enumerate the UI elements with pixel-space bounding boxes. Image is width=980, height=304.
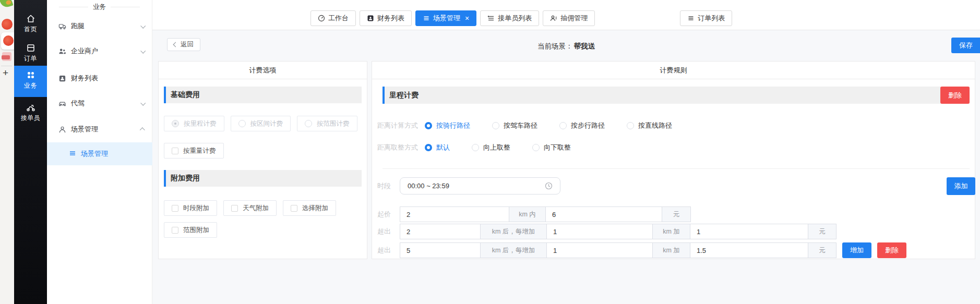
radio-icon xyxy=(492,122,499,129)
unit-addon: km 后，每增加 xyxy=(480,242,547,258)
delete-section-button[interactable]: 删除 xyxy=(940,87,970,104)
add-rule-button[interactable]: 增加 xyxy=(842,242,871,258)
list-icon xyxy=(69,150,76,159)
sidebar-item-label: 订单 xyxy=(24,54,37,63)
start-distance-input[interactable] xyxy=(400,206,509,222)
increment-price-input[interactable] xyxy=(690,224,808,239)
checkbox-weather-surcharge[interactable]: 天气附加 xyxy=(223,200,277,216)
radio-label: 按骑行路径 xyxy=(436,121,470,130)
exceed-rule-row: 超出 km 后，每增加 km 加 元 xyxy=(377,224,836,239)
menu-item-errand[interactable]: 跑腿 xyxy=(58,21,145,31)
scene-icon xyxy=(58,126,66,133)
current-scene-label: 当前场景： xyxy=(537,42,573,50)
panel-body: 基础费用 按里程计费 按区间计费 按范围计费 按重量计费 xyxy=(159,79,367,238)
checkbox-range-surcharge[interactable]: 范围附加 xyxy=(164,222,217,238)
distance-calc-row: 距离计算方式 按骑行路径 按驾车路径 按步行路径 按直线路径 xyxy=(377,120,694,131)
tab-courier-list[interactable]: 接单员列表 xyxy=(480,10,539,26)
radio-label: 按直线路径 xyxy=(638,121,672,130)
exceed-distance-input[interactable] xyxy=(400,242,481,258)
sidebar-item-orders[interactable]: 订单 xyxy=(14,43,47,63)
tab-label: 抽佣管理 xyxy=(560,14,588,23)
checkbox-icon xyxy=(291,205,297,212)
plus-button[interactable]: + xyxy=(3,67,8,79)
time-range-input[interactable]: 00:00 ~ 23:59 xyxy=(400,177,560,194)
section-title: 里程计费 xyxy=(389,91,419,100)
tab-finance-list[interactable]: 财务列表 xyxy=(360,10,412,26)
radio-icon xyxy=(172,120,179,127)
unit-addon: 元 xyxy=(808,224,836,239)
increment-price-input[interactable] xyxy=(690,242,808,258)
increment-distance-input[interactable] xyxy=(546,242,653,258)
menu-item-label: 财务列表 xyxy=(71,74,98,83)
unit-addon: km 加 xyxy=(652,224,690,239)
divider xyxy=(383,168,970,169)
checkbox-time-surcharge[interactable]: 时段附加 xyxy=(164,200,217,216)
tab-workbench[interactable]: 工作台 xyxy=(310,10,356,26)
leaf-logo-icon xyxy=(0,0,14,9)
commission-icon xyxy=(550,15,557,22)
sidebar-item-home[interactable]: 首页 xyxy=(14,14,47,34)
radio-round-down[interactable]: 向下取整 xyxy=(532,143,571,152)
close-icon[interactable]: × xyxy=(465,15,469,22)
radio-label: 向上取整 xyxy=(483,143,510,152)
checkbox-select-surcharge[interactable]: 选择附加 xyxy=(283,200,336,216)
primary-sidebar: 首页 订单 业务 接单员 xyxy=(14,0,47,304)
checkbox-icon xyxy=(231,205,238,212)
section-header-extra-fee: 附加费用 xyxy=(164,170,362,187)
radio-round-default[interactable]: 默认 xyxy=(425,143,450,152)
distance-round-row: 距离取整方式 默认 向上取整 向下取整 xyxy=(377,142,593,153)
sidebar-item-business[interactable]: 业务 xyxy=(14,70,47,90)
delete-rule-button[interactable]: 删除 xyxy=(877,242,906,258)
radio-label: 默认 xyxy=(436,143,450,152)
radio-interval-billing[interactable]: 按区间计费 xyxy=(231,116,291,131)
menu-item-finance[interactable]: 财务列表 xyxy=(58,73,145,83)
submenu-item-scene-management[interactable]: 场景管理 xyxy=(47,142,152,165)
sidebar-item-courier[interactable]: 接单员 xyxy=(14,103,47,123)
divider xyxy=(59,7,88,7)
pdf-icon[interactable] xyxy=(2,52,11,61)
radio-driving-route[interactable]: 按驾车路径 xyxy=(492,121,537,130)
radio-riding-route[interactable]: 按骑行路径 xyxy=(425,121,470,130)
dashboard-icon xyxy=(318,15,325,22)
radio-walking-route[interactable]: 按步行路径 xyxy=(559,121,605,130)
tab-order-list[interactable]: 订单列表 xyxy=(680,10,732,26)
tab-scene-management[interactable]: 场景管理 × xyxy=(415,10,476,26)
panel-title: 计费选项 xyxy=(159,62,367,79)
sidebar-item-label: 首页 xyxy=(24,25,37,34)
checkbox-label: 时段附加 xyxy=(183,204,209,213)
sidebar-item-label: 接单员 xyxy=(21,114,41,123)
apps-icon xyxy=(26,70,35,80)
radio-icon xyxy=(305,120,312,127)
menu-item-label: 场景管理 xyxy=(71,125,98,134)
radio-icon xyxy=(425,122,432,129)
add-time-range-button[interactable]: 添加 xyxy=(947,177,975,195)
radio-mileage-billing[interactable]: 按里程计费 xyxy=(164,116,224,131)
finance-icon xyxy=(58,75,66,82)
start-price-input[interactable] xyxy=(545,206,662,222)
exceed-distance-input[interactable] xyxy=(400,224,481,239)
row-label: 时段 xyxy=(377,181,393,191)
radio-label: 按范围计费 xyxy=(317,119,350,128)
radio-icon xyxy=(627,122,634,129)
row-label: 超出 xyxy=(377,242,393,258)
menu-item-merchant[interactable]: 企业商户 xyxy=(58,46,145,56)
unit-addon: 元 xyxy=(662,206,691,222)
checkbox-label: 范围附加 xyxy=(183,226,209,235)
menu-item-driving[interactable]: 代驾 xyxy=(58,98,145,108)
save-button[interactable]: 保存 xyxy=(951,38,980,53)
exceed-rule-row: 超出 km 后，每增加 km 加 元 增加 删除 xyxy=(377,242,906,258)
checkbox-label: 天气附加 xyxy=(243,204,269,213)
row-label: 起价 xyxy=(377,206,393,222)
radio-label: 向下取整 xyxy=(544,143,571,152)
sidebar-group-title-text: 业务 xyxy=(93,3,106,11)
radio-straight-route[interactable]: 按直线路径 xyxy=(627,121,672,130)
checkbox-weight-billing[interactable]: 按重量计费 xyxy=(164,143,224,159)
favicon-icon[interactable] xyxy=(2,19,13,30)
order-tab-icon xyxy=(687,15,695,22)
increment-distance-input[interactable] xyxy=(546,224,653,239)
radio-range-billing[interactable]: 按范围计费 xyxy=(297,116,357,131)
favicon-card[interactable] xyxy=(1,32,14,50)
menu-item-scene[interactable]: 场景管理 xyxy=(58,124,145,135)
radio-round-up[interactable]: 向上取整 xyxy=(472,143,510,152)
tab-commission[interactable]: 抽佣管理 xyxy=(543,10,595,26)
